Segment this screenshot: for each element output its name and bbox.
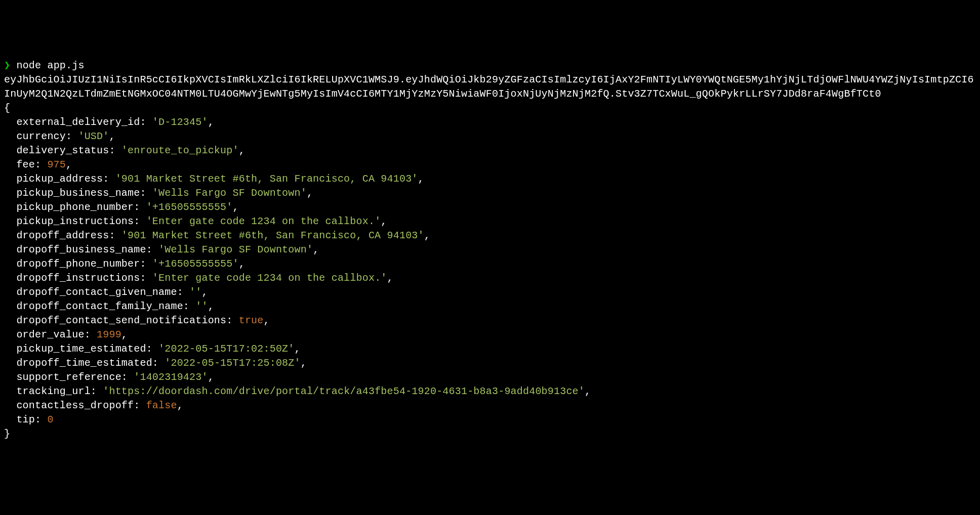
object-line: order_value: 1999, xyxy=(4,329,128,340)
comma: , xyxy=(239,145,245,156)
colon: : xyxy=(66,131,78,142)
colon: : xyxy=(109,230,121,241)
object-value: '1402319423' xyxy=(134,371,208,383)
object-key: contactless_dropoff xyxy=(16,400,134,411)
object-key: external_delivery_id xyxy=(16,116,140,128)
brace-close: } xyxy=(4,428,10,440)
object-key: currency xyxy=(16,131,66,142)
object-value: '901 Market Street #6th, San Francisco, … xyxy=(115,173,418,185)
object-line: dropoff_business_name: 'Wells Fargo SF D… xyxy=(4,244,319,255)
object-key: support_reference xyxy=(16,371,121,383)
object-value: 0 xyxy=(47,414,53,425)
command-text: node app.js xyxy=(16,60,84,71)
object-key: tracking_url xyxy=(16,385,90,397)
object-line: pickup_instructions: 'Enter gate code 12… xyxy=(4,216,387,227)
object-key: dropoff_instructions xyxy=(16,272,140,284)
object-key: dropoff_contact_send_notifications xyxy=(16,315,226,326)
object-line: currency: 'USD', xyxy=(4,131,115,142)
object-key: fee xyxy=(16,159,35,170)
object-key: dropoff_business_name xyxy=(16,244,146,255)
object-line: dropoff_time_estimated: '2022-05-15T17:2… xyxy=(4,357,307,369)
object-value: 'Enter gate code 1234 on the callbox.' xyxy=(146,216,381,227)
brace-open: { xyxy=(4,102,10,114)
comma: , xyxy=(307,187,313,199)
object-key: delivery_status xyxy=(16,145,109,156)
comma: , xyxy=(109,131,115,142)
object-line: tracking_url: 'https://doordash.com/driv… xyxy=(4,385,591,397)
object-value: false xyxy=(146,400,177,411)
object-line: dropoff_contact_family_name: '', xyxy=(4,301,214,312)
object-key: dropoff_contact_family_name xyxy=(16,301,183,312)
object-value: 'Wells Fargo SF Downtown' xyxy=(152,187,307,199)
colon: : xyxy=(103,173,115,185)
colon: : xyxy=(121,371,134,383)
comma: , xyxy=(239,258,245,270)
comma: , xyxy=(66,159,72,170)
object-key: order_value xyxy=(16,329,84,340)
object-value: '2022-05-15T17:02:50Z' xyxy=(158,343,294,355)
comma: , xyxy=(418,173,424,185)
object-value: 'D-12345' xyxy=(152,116,208,128)
object-line: contactless_dropoff: false, xyxy=(4,400,183,411)
object-line: fee: 975, xyxy=(4,159,72,170)
object-key: dropoff_phone_number xyxy=(16,258,140,270)
object-key: pickup_time_estimated xyxy=(16,343,146,355)
comma: , xyxy=(201,286,208,298)
object-line: external_delivery_id: 'D-12345', xyxy=(4,116,214,128)
comma: , xyxy=(208,371,214,383)
object-body: external_delivery_id: 'D-12345', currenc… xyxy=(4,115,976,427)
object-line: dropoff_contact_send_notifications: true… xyxy=(4,315,270,326)
object-value: 'Wells Fargo SF Downtown' xyxy=(158,244,313,255)
object-key: tip xyxy=(16,414,35,425)
colon: : xyxy=(134,400,146,411)
colon: : xyxy=(134,201,146,213)
comma: , xyxy=(301,357,307,369)
colon: : xyxy=(152,357,165,369)
object-value: 'https://doordash.com/drive/portal/track… xyxy=(103,385,585,397)
comma: , xyxy=(295,343,301,355)
comma: , xyxy=(387,272,393,284)
object-line: dropoff_phone_number: '+16505555555', xyxy=(4,258,245,270)
object-line: tip: 0 xyxy=(4,414,54,425)
colon: : xyxy=(140,272,152,284)
comma: , xyxy=(424,230,430,241)
comma: , xyxy=(208,301,214,312)
object-value: '2022-05-15T17:25:08Z' xyxy=(165,357,300,369)
object-value: '' xyxy=(189,286,201,298)
object-key: pickup_business_name xyxy=(16,187,140,199)
object-key: pickup_instructions xyxy=(16,216,134,227)
object-line: support_reference: '1402319423', xyxy=(4,371,214,383)
object-value: '' xyxy=(195,301,208,312)
object-key: dropoff_address xyxy=(16,230,109,241)
colon: : xyxy=(146,244,158,255)
colon: : xyxy=(134,216,146,227)
object-value: 1999 xyxy=(97,329,121,340)
colon: : xyxy=(177,286,189,298)
colon: : xyxy=(35,159,47,170)
object-key: pickup_address xyxy=(16,173,103,185)
prompt-caret: ❯ xyxy=(4,60,10,71)
object-line: dropoff_address: '901 Market Street #6th… xyxy=(4,230,430,241)
colon: : xyxy=(85,329,97,340)
terminal-output[interactable]: ❯ node app.js eyJhbGciOiJIUzI1NiIsInR5cC… xyxy=(4,59,976,441)
comma: , xyxy=(177,400,183,411)
object-value: 'Enter gate code 1234 on the callbox.' xyxy=(152,272,387,284)
object-line: pickup_address: '901 Market Street #6th,… xyxy=(4,173,424,185)
object-value: true xyxy=(239,315,264,326)
object-key: dropoff_contact_given_name xyxy=(16,286,177,298)
comma: , xyxy=(585,385,591,397)
object-line: delivery_status: 'enroute_to_pickup', xyxy=(4,145,245,156)
object-value: 975 xyxy=(47,159,66,170)
colon: : xyxy=(146,343,158,355)
colon: : xyxy=(140,116,152,128)
comma: , xyxy=(313,244,319,255)
comma: , xyxy=(121,329,128,340)
object-key: pickup_phone_number xyxy=(16,201,134,213)
colon: : xyxy=(140,258,152,270)
colon: : xyxy=(183,301,195,312)
comma: , xyxy=(381,216,387,227)
jwt-output: eyJhbGciOiJIUzI1NiIsInR5cCI6IkpXVCIsImRk… xyxy=(4,74,974,100)
colon: : xyxy=(35,414,47,425)
object-line: dropoff_contact_given_name: '', xyxy=(4,286,208,298)
colon: : xyxy=(91,385,103,397)
